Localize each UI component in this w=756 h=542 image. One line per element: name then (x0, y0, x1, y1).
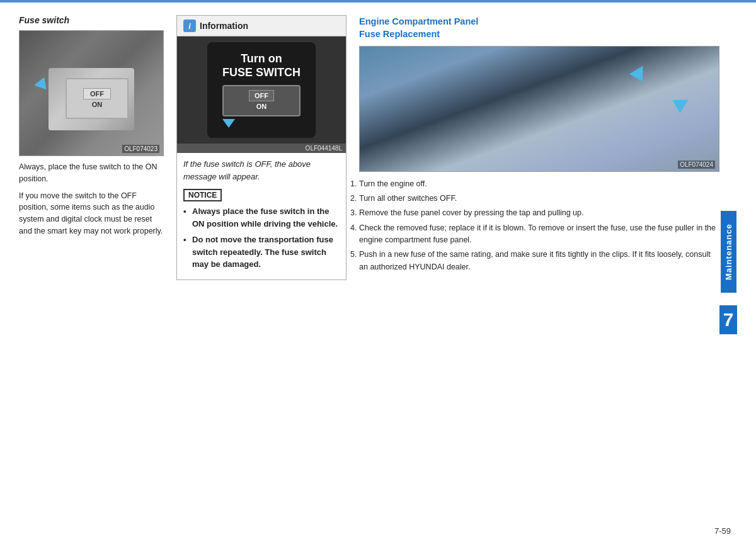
fuse-switch-title: Fuse switch (19, 15, 164, 25)
left-image-caption: OLF074023 (122, 145, 159, 153)
information-box: i Information Turn on FUSE SWITCH OFF (176, 15, 346, 280)
arrow-down-icon (222, 119, 235, 128)
left-column: Fuse switch OFF ON OLF074023 Always, pla… (19, 15, 164, 529)
step-1: Turn the engine off. (359, 178, 719, 190)
info-icon: i (183, 20, 196, 32)
fuse-switch-para1: Always, place the fuse switch to the ON … (19, 161, 164, 185)
right-image-caption: OLF074024 (678, 161, 715, 169)
right-column: Engine Compartment Panel Fuse Replacemen… (359, 15, 719, 529)
step-3: Remove the fuse panel cover by pressing … (359, 207, 719, 219)
chapter-number: 7 (719, 305, 737, 334)
info-image-caption: OLF044148L (177, 144, 346, 153)
turn-on-text: Turn on FUSE SWITCH (222, 52, 301, 79)
notice-box: NOTICE Always place the fuse switch in t… (183, 189, 340, 271)
middle-column: i Information Turn on FUSE SWITCH OFF (176, 15, 346, 529)
info-header: i Information (177, 16, 346, 37)
fuse-switch-btn: OFF ON (222, 85, 301, 116)
info-image: Turn on FUSE SWITCH OFF ON (177, 37, 346, 144)
notice-label: NOTICE (183, 189, 222, 201)
engine-compartment-image: OLF074024 (359, 46, 719, 172)
engine-compartment-title: Engine Compartment Panel Fuse Replacemen… (359, 15, 719, 41)
maintenance-tab-label: Maintenance (721, 211, 736, 293)
fuse-switch-image: OFF ON OLF074023 (19, 30, 164, 156)
notice-item-1: Always place the fuse switch in the ON p… (183, 205, 340, 230)
fuse-display: Turn on FUSE SWITCH OFF ON (207, 42, 316, 137)
fuse-switch-para2: If you move the switch to the OFF positi… (19, 190, 164, 237)
right-sidebar: Maintenance 7 (719, 15, 737, 529)
info-italic-text: If the fuse switch is OFF, the above mes… (183, 158, 340, 183)
notice-list: Always place the fuse switch in the ON p… (183, 205, 340, 271)
off-label: OFF (249, 90, 274, 101)
on-label: ON (251, 101, 272, 111)
info-header-text: Information (200, 21, 248, 31)
step-2: Turn all other switches OFF. (359, 193, 719, 205)
page-number: 7-59 (714, 526, 731, 536)
steps-list: Turn the engine off. Turn all other swit… (359, 178, 719, 274)
step-4: Check the removed fuse; replace it if it… (359, 222, 719, 247)
notice-item-2: Do not move the transportation fuse swit… (183, 234, 340, 271)
step-5: Push in a new fuse of the same rating, a… (359, 249, 719, 273)
info-body: If the fuse switch is OFF, the above mes… (177, 153, 346, 279)
